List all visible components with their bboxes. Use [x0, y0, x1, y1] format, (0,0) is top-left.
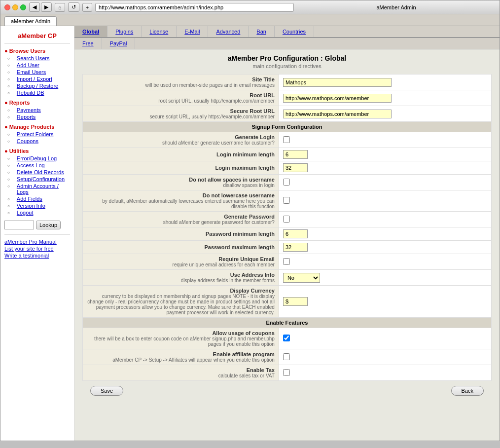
checkbox-allow-coupons[interactable] — [283, 335, 290, 341]
table-row: Secure Root URL secure script URL, usual… — [83, 106, 492, 122]
config-table: Site Title will be used on member-side p… — [82, 74, 492, 381]
tab-paypal[interactable]: PayPal — [102, 38, 136, 49]
sidebar-item-setup-config: Setup/Configuration — [7, 176, 70, 183]
lookup-input[interactable] — [4, 221, 34, 229]
tab-global[interactable]: Global — [74, 26, 107, 37]
link-version-info[interactable]: Version Info — [17, 203, 45, 209]
tab-ban[interactable]: Ban — [249, 26, 275, 37]
minimize-button[interactable] — [12, 4, 18, 10]
label-unique-email: Require Unique Email require unique emai… — [83, 254, 279, 270]
label-allow-coupons: Allow usage of coupons there will be a b… — [83, 328, 279, 349]
input-pass-min[interactable] — [283, 229, 308, 238]
checkbox-enable-tax[interactable] — [283, 369, 290, 376]
link-amember-manual[interactable]: aMember Pro Manual — [4, 239, 70, 245]
forward-nav-button[interactable]: ▶ — [41, 2, 52, 12]
link-add-user[interactable]: Add User — [17, 62, 39, 68]
value-allow-coupons — [279, 328, 491, 349]
table-row: Use Address Info display address fields … — [83, 270, 492, 286]
link-backup-restore[interactable]: Backup / Restore — [17, 83, 58, 89]
label-no-spaces: Do not allow spaces in username disallow… — [83, 175, 279, 190]
table-row: Password maximum length — [83, 241, 492, 254]
input-display-currency[interactable] — [283, 297, 308, 306]
link-rebuild-db[interactable]: Rebuild DB — [17, 90, 44, 96]
link-add-fields[interactable]: Add Fields — [17, 196, 42, 202]
lookup-button[interactable]: Lookup — [36, 221, 61, 229]
value-secure-root-url — [279, 106, 491, 122]
traffic-lights — [4, 4, 26, 10]
sidebar-item-logout: Logout — [7, 210, 70, 217]
tab-advanced[interactable]: Advanced — [208, 26, 249, 37]
link-coupons[interactable]: Coupons — [17, 138, 38, 144]
value-login-max — [279, 161, 491, 175]
input-pass-max[interactable] — [283, 243, 308, 252]
table-row: Enable affiliate program aMember CP -> S… — [83, 349, 492, 365]
label-no-lowercase: Do not lowercase username by default, aM… — [83, 190, 279, 212]
sidebar: aMember CP ● Browse Users Search Users A… — [0, 26, 74, 441]
input-login-min[interactable] — [283, 150, 308, 159]
input-root-url[interactable] — [283, 94, 392, 103]
sidebar-logo[interactable]: aMember CP — [4, 30, 70, 44]
link-delete-old[interactable]: Delete Old Records — [17, 169, 64, 175]
link-import-export[interactable]: Import / Export — [17, 76, 52, 82]
checkbox-no-lowercase[interactable] — [283, 197, 290, 204]
table-row: Login minimum length — [83, 148, 492, 161]
tab-plugins[interactable]: Plugins — [107, 26, 142, 37]
checkbox-enable-affiliate[interactable] — [283, 353, 290, 360]
value-login-min — [279, 148, 491, 161]
link-setup-config[interactable]: Setup/Configuration — [17, 176, 65, 182]
browser-tab-active[interactable]: aMember Admin — [4, 16, 57, 26]
link-testimonial[interactable]: Write a testimonial — [4, 253, 70, 259]
sidebar-section-utilities: ● Utilities Error/Debug Log Access Log D… — [4, 148, 70, 217]
address-bar[interactable] — [95, 3, 294, 12]
select-use-address[interactable]: No Yes Required — [283, 273, 320, 283]
link-error-log[interactable]: Error/Debug Log — [17, 155, 57, 161]
section-signup-header: Signup Form Configuration — [83, 122, 492, 132]
table-row: Password minimum length — [83, 227, 492, 241]
table-row-section-features: Enable Features — [83, 318, 492, 328]
value-root-url — [279, 90, 491, 106]
browser-tab-bar: aMember Admin — [0, 14, 500, 26]
back-button[interactable]: Back — [451, 386, 484, 396]
table-row: Require Unique Email require unique emai… — [83, 254, 492, 270]
label-root-url: Root URL root script URL, usually http:/… — [83, 90, 279, 106]
maximize-button[interactable] — [20, 4, 26, 10]
table-row: Generate Login should aMember generate u… — [83, 132, 492, 148]
title-bar: ◀ ▶ ⌂ ↺ + aMember Admin — [0, 0, 500, 14]
input-secure-root-url[interactable] — [283, 110, 392, 118]
link-admin-accounts[interactable]: Admin Accounts / Logs — [17, 183, 70, 195]
tab-countries[interactable]: Countries — [275, 26, 314, 37]
form-buttons: Save Back — [82, 381, 492, 401]
checkbox-unique-email[interactable] — [283, 258, 290, 265]
sidebar-item-delete-old: Delete Old Records — [7, 169, 70, 176]
close-button[interactable] — [4, 4, 10, 10]
link-logout[interactable]: Logout — [17, 210, 34, 216]
value-enable-affiliate — [279, 349, 491, 365]
link-email-users[interactable]: Email Users — [17, 69, 46, 75]
checkbox-no-spaces[interactable] — [283, 179, 290, 186]
input-login-max[interactable] — [283, 163, 308, 172]
tab-license[interactable]: License — [142, 26, 177, 37]
sidebar-item-admin-accounts: Admin Accounts / Logs — [7, 183, 70, 196]
link-protect-folders[interactable]: Protect Folders — [17, 131, 54, 137]
sidebar-item-add-fields: Add Fields — [7, 196, 70, 203]
input-site-title[interactable] — [283, 78, 392, 87]
tab-free[interactable]: Free — [74, 38, 102, 49]
value-generate-login — [279, 132, 491, 148]
tab-email[interactable]: E-Mail — [177, 26, 208, 37]
value-pass-min — [279, 227, 491, 241]
home-button[interactable]: ⌂ — [55, 3, 65, 12]
link-payments[interactable]: Payments — [17, 107, 41, 113]
back-nav-button[interactable]: ◀ — [29, 2, 40, 12]
reload-button[interactable]: ↺ — [68, 2, 79, 12]
add-tab-button[interactable]: + — [82, 3, 92, 12]
checkbox-generate-password[interactable] — [283, 216, 290, 223]
link-search-users[interactable]: Search Users — [17, 55, 50, 61]
link-list-site[interactable]: List your site for free — [4, 246, 70, 252]
table-row: Display Currency currency to be displaye… — [83, 286, 492, 318]
value-use-address: No Yes Required — [279, 270, 491, 286]
sidebar-section-reports: ● Reports Payments Reports — [4, 100, 70, 121]
checkbox-generate-login[interactable] — [283, 136, 290, 143]
link-reports[interactable]: Reports — [17, 114, 36, 120]
save-button[interactable]: Save — [90, 386, 123, 396]
link-access-log[interactable]: Access Log — [17, 162, 45, 168]
